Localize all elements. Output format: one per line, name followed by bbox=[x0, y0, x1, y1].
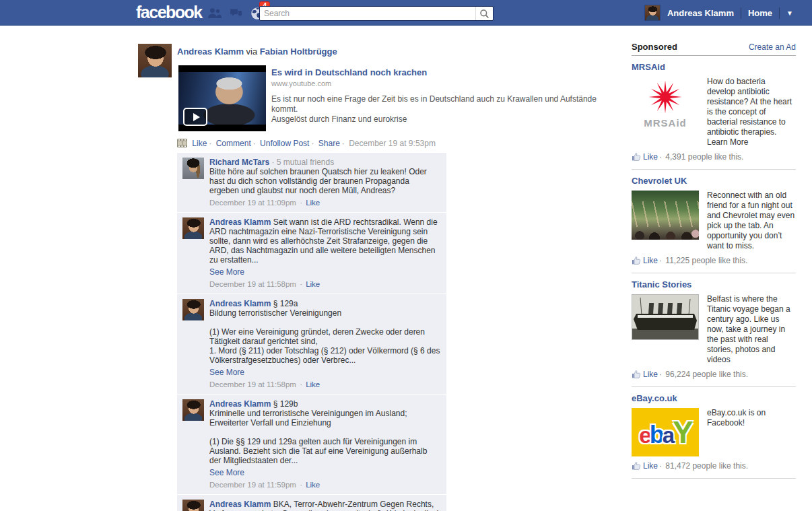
ad-image-mrsaid[interactable]: MRSAid bbox=[632, 77, 699, 129]
comment-like-link[interactable]: Like bbox=[306, 280, 320, 288]
facebook-logo[interactable]: facebook bbox=[136, 3, 202, 22]
post-header: Andreas Klamm via Fabian Holtbrügge bbox=[177, 46, 337, 57]
ad-ebay: eBay.co.uk ebaY eBay.co.uk is on Faceboo… bbox=[632, 393, 796, 479]
magnifier-icon bbox=[479, 9, 489, 19]
comment-timestamp[interactable]: December 19 at 11:09pm bbox=[209, 199, 296, 207]
top-navigation-bar: facebook 4 bbox=[0, 0, 812, 26]
unfollow-post-link[interactable]: Unfollow Post bbox=[260, 139, 309, 148]
divider bbox=[632, 169, 796, 170]
post-action-row: Like· Comment· Unfollow Post· Share· Dec… bbox=[177, 139, 436, 149]
ad-title-link[interactable]: Titanic Stories bbox=[632, 279, 796, 289]
video-description: Es ist nur noch eine Frage der Zeit bis … bbox=[271, 94, 608, 125]
comment-author-link[interactable]: Andreas Klamm bbox=[209, 217, 271, 227]
commenter-avatar[interactable] bbox=[182, 158, 204, 179]
search-button[interactable] bbox=[475, 7, 493, 20]
ad-title-link[interactable]: MRSAid bbox=[632, 62, 796, 72]
comment-author-link[interactable]: Andreas Klamm bbox=[209, 500, 271, 509]
separator-dot: · bbox=[659, 370, 662, 379]
video-title-link[interactable]: Es wird in Deutschland noch krachen bbox=[271, 67, 608, 77]
filmstrip-icon bbox=[177, 139, 187, 149]
comment-list: Richard McTars · 5 mutual friends Bitte … bbox=[177, 153, 446, 511]
via-author-link[interactable]: Fabian Holtbrügge bbox=[260, 46, 337, 57]
comment-timestamp[interactable]: December 19 at 11:58pm bbox=[209, 280, 296, 288]
post-timestamp[interactable]: December 19 at 9:53pm bbox=[349, 139, 436, 148]
ad-like-count: 96,224 people like this. bbox=[665, 370, 748, 379]
thumbs-up-icon bbox=[632, 461, 641, 472]
commenter-avatar[interactable] bbox=[182, 500, 204, 511]
separator-dot: · bbox=[271, 158, 274, 167]
user-avatar[interactable] bbox=[644, 5, 661, 21]
separator-dot: · bbox=[300, 380, 302, 388]
ad-like-link[interactable]: Like bbox=[643, 152, 658, 162]
divider bbox=[632, 478, 796, 479]
see-more-link[interactable]: See More bbox=[209, 267, 441, 277]
ad-image-ebay-logo[interactable]: ebaY bbox=[632, 408, 699, 456]
ad-chevrolet: Chevrolet UK Reconnect with an old frien… bbox=[632, 176, 796, 273]
comment-like-link[interactable]: Like bbox=[306, 199, 320, 207]
video-attachment-info: Es wird in Deutschland noch krachen www.… bbox=[271, 67, 608, 125]
search-box bbox=[259, 6, 494, 21]
commenter-avatar[interactable] bbox=[182, 299, 204, 320]
ad-body-text: Belfast is where the Titanic voyage bega… bbox=[707, 294, 796, 365]
ad-body-text: How do bacteria develop antibiotic resis… bbox=[707, 77, 796, 147]
comment-author-link[interactable]: Andreas Klamm bbox=[209, 299, 271, 308]
see-more-link[interactable]: See More bbox=[209, 368, 441, 377]
account-nav: Andreas Klamm Home ▼ bbox=[644, 0, 800, 26]
share-link[interactable]: Share bbox=[318, 139, 340, 148]
comment-text: Bitte höre auf solchen braunen Quatsch h… bbox=[209, 167, 441, 195]
comment-link[interactable]: Comment bbox=[216, 139, 251, 148]
profile-name-link[interactable]: Andreas Klamm bbox=[661, 8, 741, 18]
separator-dot: · bbox=[209, 139, 211, 148]
ad-like-link[interactable]: Like bbox=[643, 370, 658, 379]
comment-timestamp[interactable]: December 19 at 11:58pm bbox=[209, 380, 296, 388]
ad-title-link[interactable]: eBay.co.uk bbox=[632, 393, 796, 403]
comment-129a: Andreas Klamm § 129a Bildung terroristis… bbox=[177, 294, 446, 395]
post-author-avatar[interactable] bbox=[138, 44, 172, 77]
comment-like-link[interactable]: Like bbox=[306, 380, 320, 388]
ad-like-link[interactable]: Like bbox=[643, 256, 658, 265]
comment-author-link[interactable]: Richard McTars bbox=[209, 158, 269, 167]
thumbs-up-icon bbox=[632, 370, 641, 380]
create-ad-link[interactable]: Create an Ad bbox=[749, 42, 796, 52]
via-label: via bbox=[246, 46, 258, 57]
video-thumbnail[interactable] bbox=[178, 65, 266, 131]
comment-author-link[interactable]: Andreas Klamm bbox=[209, 399, 271, 409]
ad-like-count: 4,391 people like this. bbox=[665, 152, 743, 162]
like-link[interactable]: Like bbox=[192, 139, 207, 148]
home-link[interactable]: Home bbox=[741, 8, 779, 18]
nav-icon-group: 4 bbox=[207, 7, 265, 20]
ad-like-count: 81,472 people like this. bbox=[665, 461, 748, 471]
video-source-domain: www.youtube.com bbox=[271, 79, 608, 88]
sponsored-heading: Sponsored bbox=[632, 42, 677, 52]
commenter-avatar[interactable] bbox=[182, 399, 204, 421]
divider bbox=[632, 273, 796, 273]
post-author-link[interactable]: Andreas Klamm bbox=[177, 46, 244, 57]
play-icon[interactable] bbox=[183, 108, 207, 126]
ad-body-text: eBay.co.uk is on Facebook! bbox=[707, 408, 796, 428]
comment-timestamp[interactable]: December 19 at 11:59pm bbox=[209, 481, 296, 489]
separator-dot: · bbox=[659, 152, 662, 162]
comment-ard: Andreas Klamm Seit wann ist die ARD rech… bbox=[177, 213, 446, 294]
ebay-logo-text: ebaY bbox=[639, 414, 691, 450]
ad-body-text: Reconnect with an old friend for a fun n… bbox=[707, 191, 796, 251]
see-more-link[interactable]: See More bbox=[209, 468, 441, 477]
friend-requests-icon[interactable] bbox=[207, 7, 222, 20]
ad-like-link[interactable]: Like bbox=[643, 461, 658, 471]
ad-image-crowd-photo[interactable] bbox=[632, 191, 699, 240]
commenter-avatar[interactable] bbox=[182, 217, 204, 239]
ad-title-link[interactable]: Chevrolet UK bbox=[632, 176, 796, 186]
separator-dot: · bbox=[342, 139, 345, 148]
ad-like-count: 11,225 people like this. bbox=[665, 256, 747, 265]
thumbs-up-icon bbox=[632, 256, 641, 267]
separator-dot: · bbox=[300, 199, 302, 207]
comment-bka: Andreas Klamm BKA, Terror-Abwehr-Zentrum… bbox=[177, 495, 446, 511]
search-input[interactable] bbox=[260, 7, 475, 20]
crowd-arms-graphic bbox=[632, 201, 699, 227]
comment-like-link[interactable]: Like bbox=[306, 481, 320, 489]
messages-icon[interactable] bbox=[229, 7, 243, 20]
account-menu-caret-icon[interactable]: ▼ bbox=[780, 9, 800, 17]
separator-dot: · bbox=[300, 481, 302, 489]
comment-129b: Andreas Klamm § 129b Kriminelle und terr… bbox=[177, 395, 446, 495]
comment-richard: Richard McTars · 5 mutual friends Bitte … bbox=[177, 153, 446, 213]
ad-image-ship-photo[interactable] bbox=[632, 294, 699, 340]
